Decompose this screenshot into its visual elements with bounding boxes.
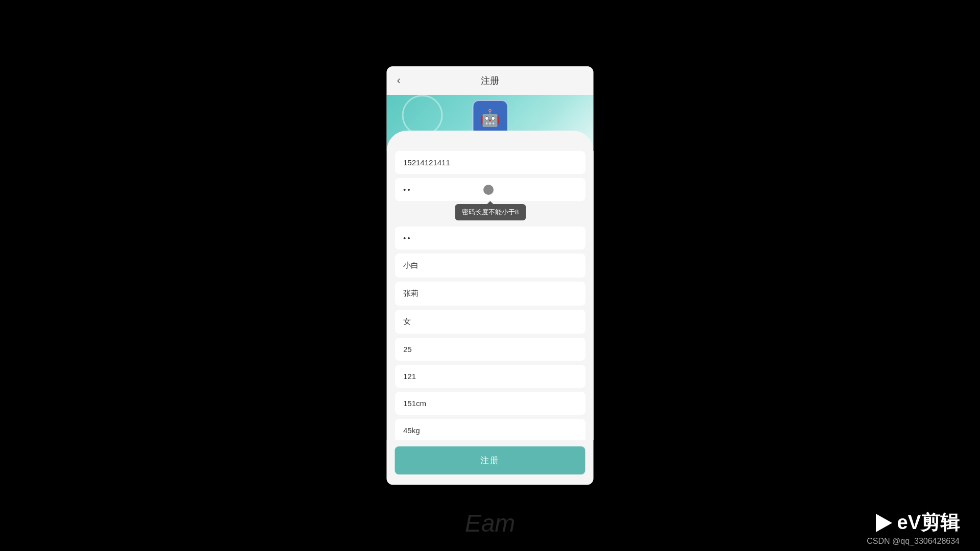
play-icon — [872, 512, 894, 534]
nickname-field[interactable]: 小白 — [395, 254, 585, 278]
phone-value: 15214121411 — [403, 158, 450, 167]
id-value: 121 — [403, 372, 416, 381]
height-field[interactable]: 151cm — [395, 392, 585, 415]
slider-dot — [483, 185, 494, 195]
password-value: •• — [403, 185, 412, 194]
ev-logo: eV剪辑 — [872, 510, 960, 536]
nickname-value: 小白 — [403, 261, 419, 269]
password-tooltip-container: •• 密码长度不能小于8 — [395, 178, 585, 201]
confirm-password-value: •• — [403, 234, 412, 242]
gender-field[interactable]: 女 — [395, 310, 585, 334]
password-field[interactable]: •• — [395, 178, 585, 201]
gender-value: 女 — [403, 317, 411, 325]
register-button[interactable]: 注册 — [395, 446, 585, 474]
weight-field[interactable]: 45kg — [395, 419, 585, 440]
age-value: 25 — [403, 345, 412, 354]
avatar-icon: 🤖 — [480, 108, 500, 128]
page-title: 注册 — [481, 74, 499, 87]
confirm-password-field[interactable]: •• — [395, 227, 585, 249]
csdn-text: CSDN @qq_3306428634 — [867, 537, 960, 546]
weight-value: 45kg — [403, 426, 420, 435]
phone-field[interactable]: 15214121411 — [395, 151, 585, 174]
hero-area: 🤖 — [387, 95, 594, 151]
register-btn-area: 注册 — [387, 440, 594, 485]
form-area: 15214121411 •• 密码长度不能小于8 •• 小白 — [387, 151, 594, 440]
password-tooltip: 密码长度不能小于8 — [454, 204, 525, 220]
age-field[interactable]: 25 — [395, 338, 585, 361]
id-field[interactable]: 121 — [395, 365, 585, 388]
back-button[interactable]: ‹ — [397, 74, 401, 87]
svg-marker-0 — [876, 514, 892, 532]
app-header: ‹ 注册 — [387, 66, 594, 95]
bottom-text: Eam — [465, 509, 516, 537]
screen-container: ‹ 注册 🤖 15214121411 •• — [0, 0, 980, 551]
app-frame: ‹ 注册 🤖 15214121411 •• — [387, 66, 594, 485]
ev-brand-text: eV剪辑 — [897, 510, 960, 536]
hero-bottom-curve — [387, 131, 594, 151]
realname-field[interactable]: 张莉 — [395, 282, 585, 306]
hero-decoration-circle — [402, 95, 443, 136]
tooltip-text: 密码长度不能小于8 — [461, 208, 518, 216]
height-value: 151cm — [403, 399, 426, 408]
realname-value: 张莉 — [403, 289, 419, 297]
